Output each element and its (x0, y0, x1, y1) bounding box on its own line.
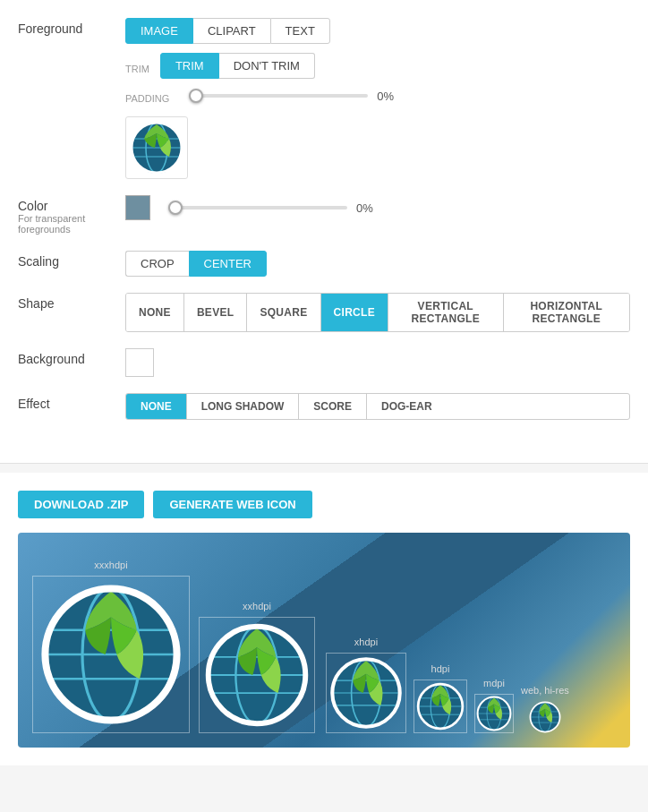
padding-row: PADDING 0% (125, 88, 630, 104)
trim-button-group: TRIM DON'T TRIM (160, 53, 315, 79)
xhdpi-frame (326, 653, 406, 733)
shape-button-group: NONE BEVEL SQUARE CIRCLE VERTICAL RECTAN… (125, 293, 630, 332)
background-swatch[interactable] (125, 348, 154, 377)
color-label: Color (18, 199, 125, 213)
mdpi-globe-icon (476, 696, 512, 731)
download-bar: DOWNLOAD .ZIP GENERATE WEB ICON (18, 491, 630, 518)
web-hires-label: web, hi-res (521, 685, 569, 696)
shape-controls: NONE BEVEL SQUARE CIRCLE VERTICAL RECTAN… (125, 293, 630, 332)
foreground-label: Foreground (18, 18, 125, 36)
color-sublabel: For transparent foregrounds (18, 213, 125, 235)
preview-xxhdpi: xxhdpi (199, 601, 315, 733)
effect-score-button[interactable]: SCORE (299, 394, 367, 419)
padding-slider-container: 0% (189, 90, 630, 103)
xxxhdpi-frame (32, 576, 190, 733)
preview-web-hires: web, hi-res (521, 685, 569, 733)
color-controls: 0% (125, 195, 630, 220)
hdpi-label: hdpi (431, 663, 450, 674)
shape-vertical-rect-button[interactable]: VERTICAL RECTANGLE (388, 294, 504, 331)
color-percent: 0% (356, 201, 373, 215)
shape-none-button[interactable]: NONE (126, 294, 184, 331)
padding-label: PADDING (125, 88, 169, 104)
type-text-button[interactable]: TEXT (270, 18, 330, 44)
xxhdpi-frame (199, 617, 315, 733)
scaling-controls: CROP CENTER (125, 251, 630, 277)
color-label-block: Color For transparent foregrounds (18, 195, 125, 235)
hdpi-frame (414, 680, 467, 733)
center-button[interactable]: CENTER (189, 251, 267, 277)
preview-area: xxxhdpi (18, 533, 630, 748)
mdpi-frame (474, 694, 514, 733)
dont-trim-button[interactable]: DON'T TRIM (219, 53, 315, 79)
preview-xxxhdpi: xxxhdpi (32, 560, 190, 733)
background-label: Background (18, 348, 125, 366)
background-row: Background (18, 348, 630, 377)
effect-controls: NONE LONG SHADOW SCORE DOG-EAR (125, 393, 630, 420)
background-controls (125, 348, 630, 377)
type-button-group: IMAGE CLIPART TEXT (125, 18, 630, 44)
padding-value: 0% (377, 90, 394, 103)
trim-label: TRIM (125, 58, 149, 74)
settings-panel: Foreground IMAGE CLIPART TEXT TRIM TRIM … (0, 0, 648, 464)
effect-none-button[interactable]: NONE (126, 394, 187, 419)
foreground-preview (125, 116, 188, 179)
color-swatch[interactable] (125, 195, 150, 220)
effect-label: Effect (18, 393, 125, 411)
web-hires-icon-wrapper (529, 701, 561, 733)
shape-horizontal-rect-button[interactable]: HORIZONTAL RECTANGLE (504, 294, 629, 331)
preview-xhdpi: xhdpi (326, 637, 406, 733)
shape-square-button[interactable]: SQUARE (247, 294, 320, 331)
color-slider-row: 0% (125, 195, 630, 220)
xxxhdpi-globe-icon (39, 583, 183, 726)
xxxhdpi-label: xxxhdpi (94, 560, 127, 570)
xxxhdpi-icon-wrapper (32, 576, 190, 733)
globe-preview-icon (130, 121, 183, 175)
generate-web-icon-button[interactable]: GENERATE WEB ICON (153, 491, 311, 518)
hdpi-icon-wrapper (414, 680, 467, 733)
effect-long-shadow-button[interactable]: LONG SHADOW (187, 394, 300, 419)
effect-button-group: NONE LONG SHADOW SCORE DOG-EAR (125, 393, 630, 420)
type-image-button[interactable]: IMAGE (125, 18, 193, 44)
color-row: Color For transparent foregrounds 0% (18, 195, 630, 235)
foreground-controls: IMAGE CLIPART TEXT TRIM TRIM DON'T TRIM … (125, 18, 630, 179)
scaling-row: Scaling CROP CENTER (18, 251, 630, 277)
shape-bevel-button[interactable]: BEVEL (184, 294, 248, 331)
color-slider[interactable] (168, 206, 347, 209)
crop-button[interactable]: CROP (125, 251, 189, 277)
mdpi-icon-wrapper (474, 694, 514, 733)
web-hires-globe-icon (529, 701, 561, 733)
trim-row: TRIM TRIM DON'T TRIM (125, 53, 630, 79)
trim-button[interactable]: TRIM (160, 53, 219, 79)
xxhdpi-globe-icon (204, 622, 310, 728)
xhdpi-icon-wrapper (326, 653, 406, 733)
shape-label: Shape (18, 293, 125, 311)
padding-slider[interactable] (189, 94, 368, 98)
xxhdpi-label: xxhdpi (243, 601, 271, 611)
foreground-row: Foreground IMAGE CLIPART TEXT TRIM TRIM … (18, 18, 630, 179)
mdpi-label: mdpi (483, 678, 505, 688)
type-clipart-button[interactable]: CLIPART (193, 18, 270, 44)
effect-row: Effect NONE LONG SHADOW SCORE DOG-EAR (18, 393, 630, 420)
shape-row: Shape NONE BEVEL SQUARE CIRCLE VERTICAL … (18, 293, 630, 332)
scaling-button-group: CROP CENTER (125, 251, 630, 277)
xxhdpi-icon-wrapper (199, 617, 315, 733)
preview-mdpi: mdpi (474, 678, 514, 733)
scaling-label: Scaling (18, 251, 125, 269)
bottom-panel: DOWNLOAD .ZIP GENERATE WEB ICON xxxhdpi (0, 473, 648, 765)
hdpi-globe-icon (416, 682, 465, 731)
effect-dog-ear-button[interactable]: DOG-EAR (367, 394, 447, 419)
download-zip-button[interactable]: DOWNLOAD .ZIP (18, 491, 144, 518)
xhdpi-label: xhdpi (354, 637, 378, 647)
preview-hdpi: hdpi (414, 663, 467, 733)
xhdpi-globe-icon (329, 656, 403, 730)
shape-circle-button[interactable]: CIRCLE (321, 294, 388, 331)
